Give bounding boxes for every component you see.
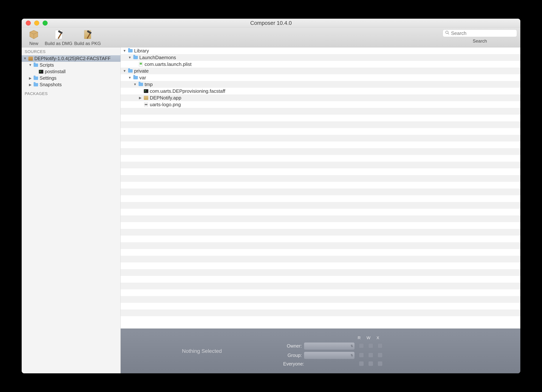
zoom-button[interactable]: [43, 21, 48, 26]
new-button[interactable]: New: [23, 29, 44, 46]
search-field[interactable]: [443, 29, 517, 37]
folder-icon: [138, 82, 143, 87]
empty-row: [121, 209, 520, 215]
empty-row: [121, 296, 520, 303]
empty-row: [121, 202, 520, 209]
search-icon: [445, 30, 450, 36]
tree-row[interactable]: com.uarts.DEPprovisioning.facstaff: [121, 88, 520, 94]
group-w-checkbox[interactable]: [368, 353, 373, 357]
sidebar-item-label: Scripts: [40, 62, 54, 68]
group-r-checkbox[interactable]: [359, 353, 364, 357]
disclosure-triangle-icon[interactable]: ▶: [28, 76, 32, 80]
build-pkg-label: Build as PKG: [74, 41, 101, 46]
build-dmg-label: Build as DMG: [45, 41, 72, 46]
sidebar-item[interactable]: ▶Settings: [22, 75, 120, 81]
build-dmg-button[interactable]: Build as DMG: [44, 29, 73, 46]
folder-icon: [133, 55, 138, 60]
empty-row: [121, 249, 520, 256]
group-label: Group:: [283, 353, 302, 358]
empty-row: [121, 155, 520, 162]
empty-row: [121, 269, 520, 276]
tree-row[interactable]: ▼private: [121, 68, 520, 74]
sidebar-item[interactable]: ▼DEPNotify-1.0.4(25)RC2-FACSTAFF: [22, 55, 120, 62]
svg-point-2: [446, 31, 448, 34]
everyone-w-checkbox[interactable]: [368, 361, 373, 366]
perm-col-x: X: [373, 335, 383, 340]
file-tree[interactable]: ▼Library▼LaunchDaemonscom.uarts.launch.p…: [121, 47, 520, 328]
empty-row: [121, 215, 520, 222]
tree-row[interactable]: ▶DEPNotify.app: [121, 94, 520, 101]
tree-row[interactable]: ▼Library: [121, 47, 520, 54]
disclosure-triangle-icon[interactable]: ▼: [23, 57, 27, 60]
disclosure-triangle-icon[interactable]: ▼: [123, 69, 127, 73]
owner-x-checkbox[interactable]: [378, 343, 383, 348]
empty-row: [121, 236, 520, 242]
tree-row[interactable]: ▼tmp: [121, 81, 520, 88]
detail-panel: Nothing Selected R W X Owner: ⇅: [121, 328, 520, 373]
empty-row: [121, 168, 520, 175]
empty-row: [121, 289, 520, 296]
close-button[interactable]: [26, 21, 31, 26]
folder-icon: [128, 48, 133, 53]
tree-row[interactable]: uarts-logo.png: [121, 101, 520, 108]
group-select[interactable]: ⇅: [304, 352, 354, 359]
owner-r-checkbox[interactable]: [359, 343, 364, 348]
disclosure-triangle-icon[interactable]: ▼: [123, 49, 127, 53]
empty-row: [121, 141, 520, 148]
empty-row: [121, 256, 520, 263]
tree-row-label: uarts-logo.png: [150, 102, 181, 107]
png-icon: [143, 102, 149, 107]
tree-row-label: com.uarts.launch.plist: [145, 61, 191, 67]
svg-line-3: [448, 33, 449, 34]
empty-row: [121, 276, 520, 283]
plist-icon: [138, 62, 143, 67]
sidebar-item[interactable]: ▶Snapshots: [22, 81, 120, 88]
sidebar-header-packages: PACKAGES: [22, 89, 120, 97]
perm-col-w: W: [364, 335, 373, 340]
folder-icon: [128, 68, 133, 74]
folder-icon: [133, 75, 138, 80]
owner-select[interactable]: ⇅: [304, 343, 354, 350]
owner-w-checkbox[interactable]: [368, 343, 373, 348]
everyone-x-checkbox[interactable]: [378, 361, 383, 366]
sidebar-item-label: postinstall: [45, 69, 65, 74]
sidebar-item[interactable]: ▼Scripts: [22, 62, 120, 68]
term-icon: [143, 88, 149, 94]
window-controls: [26, 21, 48, 26]
folder-icon: [33, 63, 38, 68]
group-x-checkbox[interactable]: [378, 353, 383, 357]
main-panel: ▼Library▼LaunchDaemonscom.uarts.launch.p…: [121, 47, 520, 373]
app-window: Composer 10.4.0 New Build as DMG Bui: [22, 19, 520, 373]
everyone-r-checkbox[interactable]: [359, 361, 364, 366]
titlebar: Composer 10.4.0: [22, 19, 520, 28]
disclosure-triangle-icon[interactable]: ▶: [28, 83, 32, 87]
sidebar-item[interactable]: postinstall: [22, 68, 120, 75]
disclosure-triangle-icon[interactable]: ▼: [133, 82, 137, 86]
tree-row[interactable]: com.uarts.launch.plist: [121, 61, 520, 68]
build-pkg-button[interactable]: Build as PKG: [73, 29, 102, 46]
window-title: Composer 10.4.0: [22, 20, 520, 26]
folder-icon: [33, 75, 38, 81]
new-label: New: [29, 41, 38, 46]
search-input[interactable]: [451, 30, 515, 36]
tree-row-label: private: [134, 68, 149, 74]
minimize-button[interactable]: [34, 21, 39, 26]
tree-row[interactable]: ▼LaunchDaemons: [121, 54, 520, 61]
empty-row: [121, 175, 520, 182]
disclosure-triangle-icon[interactable]: ▼: [128, 76, 132, 80]
empty-row: [121, 128, 520, 135]
tree-row[interactable]: ▼var: [121, 74, 520, 81]
sidebar-item-label: Snapshots: [40, 82, 62, 87]
hammer-dmg-icon: [53, 29, 65, 40]
term-icon: [38, 69, 44, 74]
permissions-grid: R W X Owner: ⇅ Group: ⇅: [283, 335, 385, 367]
empty-row: [121, 303, 520, 310]
hammer-pkg-icon: [82, 29, 93, 40]
search-group: Search: [443, 29, 517, 44]
tree-row-label: var: [139, 75, 146, 81]
disclosure-triangle-icon[interactable]: ▼: [128, 56, 132, 59]
disclosure-triangle-icon[interactable]: ▶: [138, 96, 142, 100]
empty-row: [121, 283, 520, 289]
disclosure-triangle-icon[interactable]: ▼: [28, 63, 32, 67]
empty-row: [121, 222, 520, 229]
